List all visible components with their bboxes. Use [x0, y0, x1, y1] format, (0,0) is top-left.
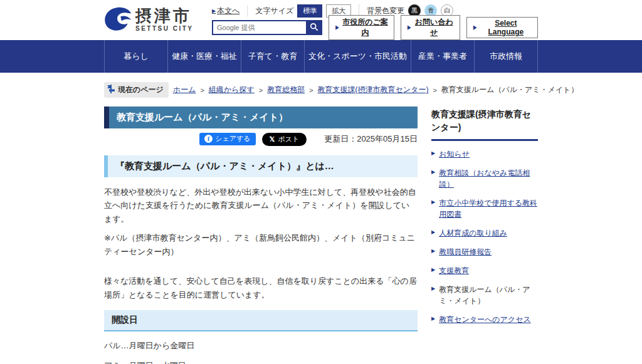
breadcrumb-home-link[interactable]: ホーム — [173, 85, 196, 95]
sidebar-item-kyoiku-sodan[interactable]: ▶教育相談（おなやみ電話相談） — [431, 167, 538, 190]
sidebar: 教育支援課(摂津市教育センター) ▶お知らせ ▶教育相談（おなやみ電話相談） ▶… — [431, 107, 538, 364]
breadcrumb-current-page: 教育支援ルーム（パル・アミ・メイト） — [441, 85, 579, 95]
triangle-icon: ▶ — [431, 285, 435, 306]
facebook-icon: f — [204, 135, 213, 143]
sidebar-item-center-access[interactable]: ▶教育センターへのアクセス — [431, 314, 538, 325]
skip-to-content-link[interactable]: ▶本文へ — [212, 6, 248, 16]
logo-romaji: SETTSU CITY — [135, 25, 194, 32]
share-row: f シェアする 𝕏 ポスト 更新日：2025年05月15日 — [104, 133, 418, 145]
breadcrumb-separator: > — [259, 86, 263, 94]
sidebar-item-shien-kyoiku[interactable]: ▶支援教育 — [431, 265, 538, 276]
font-size-label: 文字サイズ — [255, 6, 293, 16]
font-size-standard-button[interactable]: 標準 — [297, 4, 322, 18]
facebook-share-button[interactable]: f シェアする — [199, 133, 255, 145]
breadcrumb-separator: > — [309, 86, 313, 94]
sidebar-title: 教育支援課(摂津市教育センター) — [431, 107, 538, 141]
breadcrumb-kyoiku-shien-link[interactable]: 教育支援課(摂津市教育センター) — [318, 85, 429, 95]
nav-item-sangyo-jigyosha[interactable]: 産業・事業者 — [411, 40, 474, 73]
triangle-icon: ▶ — [431, 229, 435, 239]
main-content: 教育支援ルーム（パル・アミ・メイト） f シェアする 𝕏 ポスト 更新日：202… — [104, 107, 418, 364]
triangle-icon: ▶ — [431, 150, 435, 160]
settsu-city-logo[interactable]: 摂津市 SETTSU CITY — [104, 4, 212, 36]
location-note: ※パル（摂津市教育センター内）、アミ（新鳥飼公民館内）、メイト（別府コミュニティ… — [104, 231, 418, 258]
triangle-icon: ▶ — [335, 24, 340, 31]
triangle-icon: ▶ — [431, 169, 435, 190]
logo-kanji: 摂津市 — [135, 8, 194, 24]
page-title: 教育支援ルーム（パル・アミ・メイト） — [104, 107, 418, 128]
breadcrumb-kyoiku-somu-link[interactable]: 教育総務部 — [267, 85, 305, 95]
select-language-button[interactable]: ▶Select Language — [466, 17, 538, 38]
breadcrumb-separator: > — [200, 86, 204, 94]
breadcrumb-organization-link[interactable]: 組織から探す — [209, 85, 255, 95]
section-heading-about: 『教育支援ルーム（パル・アミ・メイト）』とは… — [104, 155, 418, 177]
nav-item-kenko-iryo-fukushi[interactable]: 健康・医療・福祉 — [167, 40, 241, 73]
section-heading-open-days: 開設日 — [104, 310, 418, 331]
header-search-row: ▶市役所のご案内 ▶お問い合わせ ▶Select Language — [212, 19, 538, 36]
triangle-icon: ▶ — [212, 8, 216, 14]
search-icon — [310, 23, 318, 33]
triangle-icon: ▶ — [431, 315, 435, 325]
nav-item-kurashi[interactable]: 暮らし — [104, 40, 167, 73]
sidebar-item-shien-room-current[interactable]: ▶教育支援ルーム（パル・アミ・メイト） — [431, 284, 538, 306]
site-search-input[interactable] — [212, 20, 306, 35]
sidebar-item-kenshu-hokoku[interactable]: ▶教職員研修報告 — [431, 246, 538, 257]
site-header: 摂津市 SETTSU CITY ▶本文へ 文字サイズ 標準 拡大 背景色変更 黒… — [0, 0, 642, 40]
nav-item-shisei-joho[interactable]: 市政情報 — [474, 40, 538, 73]
contact-button[interactable]: ▶お問い合わせ — [401, 15, 460, 40]
sidebar-item-kyokasho[interactable]: ▶市立小中学校で使用する教科用図書 — [431, 197, 538, 220]
sidebar-item-jinzai-ikusei[interactable]: ▶人材育成の取り組み — [431, 227, 538, 239]
x-icon: 𝕏 — [270, 135, 275, 143]
global-navigation: 暮らし 健康・医療・福祉 子育て・教育 文化・スポーツ・市民活動 産業・事業者 … — [0, 40, 642, 73]
settsu-bird-logo-icon — [104, 6, 132, 34]
open-days-ami: アミ…月曜日、水曜日 — [104, 360, 418, 364]
nav-item-bunka-sports[interactable]: 文化・スポーツ・市民活動 — [304, 40, 411, 73]
signpost-icon — [107, 84, 115, 96]
updated-date: 更新日：2025年05月15日 — [324, 133, 418, 145]
breadcrumb: 現在のページ ホーム > 組織から探す > 教育総務部 > 教育支援課(摂津市教… — [104, 73, 538, 104]
triangle-icon: ▶ — [431, 266, 435, 276]
search-button[interactable] — [306, 20, 322, 35]
nav-item-kosodate-kyoiku[interactable]: 子育て・教育 — [241, 40, 304, 73]
x-post-button[interactable]: 𝕏 ポスト — [262, 133, 307, 146]
triangle-icon: ▶ — [473, 24, 478, 31]
intro-paragraph: 不登校や登校渋りなど、外出や登校が出来ない小中学生に対して、再登校や社会的自立へ… — [104, 185, 418, 226]
breadcrumb-separator: > — [433, 86, 436, 94]
open-days-pal: パル…月曜日から金曜日 — [104, 340, 418, 351]
current-page-badge: 現在のページ — [104, 82, 169, 98]
bg-color-label: 背景色変更 — [367, 6, 404, 16]
purpose-paragraph: 様々な活動を通して、安心して自己を表現し、自信を取り戻すことの出来る「心の居場所… — [104, 274, 418, 301]
sidebar-item-oshirase[interactable]: ▶お知らせ — [431, 148, 538, 160]
triangle-icon: ▶ — [431, 199, 435, 220]
triangle-icon: ▶ — [407, 24, 412, 31]
triangle-icon: ▶ — [431, 247, 435, 257]
city-hall-guide-button[interactable]: ▶市役所のご案内 — [329, 15, 394, 40]
